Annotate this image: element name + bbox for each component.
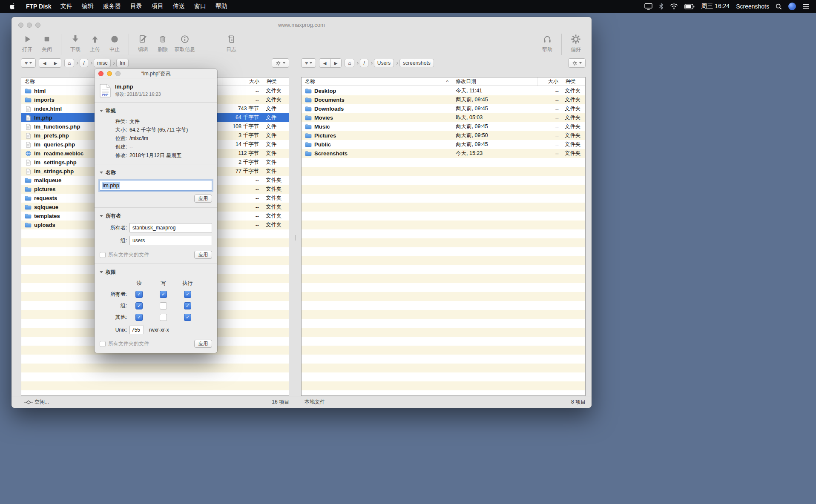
file-row[interactable]: Screenshots 今天, 15:23 -- 文件夹 <box>302 149 585 158</box>
dialog-titlebar[interactable]: “lm.php”资讯 <box>95 69 217 78</box>
column-header-size[interactable]: 大小 <box>537 77 562 86</box>
menu-item[interactable]: 帮助 <box>211 3 232 10</box>
left-actions-button[interactable] <box>272 58 289 68</box>
write-checkbox[interactable]: ✓ <box>160 291 167 298</box>
group-input[interactable] <box>129 236 212 245</box>
name-section-header[interactable]: 名称 <box>100 169 212 176</box>
forward-button[interactable]: ▶ <box>330 58 342 68</box>
display-icon[interactable] <box>644 3 652 10</box>
path-crumb[interactable]: screenshots <box>399 59 434 67</box>
all-files-checkbox[interactable] <box>100 341 106 347</box>
file-row[interactable]: Documents 两天前, 09:45 -- 文件夹 <box>302 95 585 104</box>
file-row[interactable]: Movies 昨天, 05:03 -- 文件夹 <box>302 113 585 122</box>
menu-item[interactable]: 服务器 <box>98 3 126 10</box>
preferences-button[interactable]: 偏好 <box>566 32 586 53</box>
menu-item[interactable]: 项目 <box>147 3 168 10</box>
abort-button[interactable]: 中止 <box>105 32 124 53</box>
search-icon[interactable] <box>776 3 782 10</box>
upload-button[interactable]: 上传 <box>85 32 105 53</box>
zoom-window-button[interactable] <box>35 23 40 28</box>
open-button[interactable]: 打开 <box>17 32 37 53</box>
menu-item[interactable]: 传送 <box>168 3 190 10</box>
rename-input[interactable]: lm.php <box>100 180 212 191</box>
column-header-name[interactable]: 名称 ^ <box>302 77 452 86</box>
minimize-dialog-button[interactable] <box>107 71 112 76</box>
dialog-body: PHP lm.php 修改: 2018/1/12 16:23 常规 种类: 文件… <box>95 78 217 353</box>
close-window-button[interactable] <box>18 23 23 28</box>
edit-button[interactable]: 编辑 <box>133 32 153 53</box>
battery-icon[interactable] <box>684 4 695 9</box>
file-kind: 文件 <box>263 105 289 112</box>
column-header-kind[interactable]: 种类 <box>562 77 585 86</box>
list-menu-icon[interactable] <box>802 4 809 9</box>
back-button[interactable]: ◀ <box>319 58 330 68</box>
file-name: lm_settings.php <box>34 159 77 166</box>
zoom-dialog-button[interactable] <box>115 71 121 76</box>
read-checkbox[interactable]: ✓ <box>135 314 143 321</box>
breadcrumb: ⌂ / Users screenshots <box>345 59 434 67</box>
apple-menu[interactable] <box>6 3 19 10</box>
forward-button[interactable]: ▶ <box>50 58 61 68</box>
file-size: -- <box>537 151 562 157</box>
menu-item[interactable]: 窗口 <box>190 3 211 10</box>
menu-item[interactable]: 目录 <box>126 3 147 10</box>
bluetooth-icon[interactable] <box>659 3 664 10</box>
owner-input[interactable] <box>129 223 212 232</box>
app-name-menu[interactable]: FTP Disk <box>22 3 56 10</box>
menu-bar-right-label[interactable]: Screenshots <box>736 3 769 10</box>
file-row[interactable]: Downloads 两天前, 09:45 -- 文件夹 <box>302 104 585 113</box>
delete-button[interactable]: 删除 <box>153 32 172 53</box>
help-button[interactable]: 帮助 <box>537 32 557 53</box>
read-checkbox[interactable]: ✓ <box>135 302 143 309</box>
menu-item[interactable]: 编辑 <box>77 3 98 10</box>
file-row[interactable]: Desktop 今天, 11:41 -- 文件夹 <box>302 86 585 95</box>
column-header-size[interactable]: 大小 <box>222 77 263 86</box>
favorites-button[interactable]: ♥ <box>301 58 316 68</box>
read-checkbox[interactable]: ✓ <box>135 291 143 298</box>
execute-checkbox[interactable]: ✓ <box>184 302 191 309</box>
minimize-window-button[interactable] <box>27 23 32 28</box>
apply-permissions-button[interactable]: 应用 <box>194 340 212 348</box>
execute-checkbox[interactable]: ✓ <box>184 291 191 298</box>
path-crumb[interactable]: lm <box>116 59 129 67</box>
close-dialog-button[interactable] <box>98 71 103 76</box>
column-header-kind[interactable]: 种类 <box>263 77 289 86</box>
chevron-right-icon <box>356 61 359 64</box>
favorites-button[interactable]: ♥ <box>21 58 36 68</box>
root-crumb[interactable]: / <box>80 59 88 67</box>
all-files-checkbox[interactable] <box>100 252 106 258</box>
menu-bar-clock[interactable]: 周三 16:24 <box>701 3 730 10</box>
root-crumb[interactable]: / <box>360 59 368 67</box>
breadcrumb: ⌂ / misc lm <box>64 59 129 67</box>
right-actions-button[interactable] <box>568 58 586 68</box>
toolbar-separator <box>129 34 129 55</box>
home-crumb[interactable]: ⌂ <box>64 59 74 67</box>
path-crumb[interactable]: Users <box>374 59 394 67</box>
unix-mode-input[interactable] <box>129 326 144 334</box>
permissions-section-header[interactable]: 权限 <box>100 269 212 276</box>
home-crumb[interactable]: ⌂ <box>345 59 354 67</box>
path-crumb[interactable]: misc <box>94 59 111 67</box>
execute-checkbox[interactable]: ✓ <box>184 314 191 321</box>
write-checkbox[interactable]: ✓ <box>160 314 167 321</box>
file-row[interactable]: Music 两天前, 09:45 -- 文件夹 <box>302 122 585 131</box>
apply-owner-button[interactable]: 应用 <box>194 251 212 259</box>
apply-name-button[interactable]: 应用 <box>194 195 212 203</box>
file-row[interactable]: Pictures 两天前, 09:50 -- 文件夹 <box>302 131 585 140</box>
pane-splitter-handle[interactable] <box>294 235 296 241</box>
wifi-icon[interactable] <box>670 3 678 9</box>
get-info-button[interactable]: 获取信息 <box>172 32 197 53</box>
file-row[interactable]: Public 两天前, 09:45 -- 文件夹 <box>302 140 585 149</box>
log-button[interactable]: 日志 <box>221 32 241 53</box>
close-button[interactable]: 关闭 <box>37 32 57 53</box>
menu-item[interactable]: 文件 <box>56 3 77 10</box>
download-button[interactable]: 下载 <box>66 32 85 53</box>
column-header-date[interactable]: 修改日期 <box>452 77 537 86</box>
folder-icon <box>25 195 32 201</box>
write-checkbox[interactable]: ✓ <box>160 302 167 309</box>
general-section-header[interactable]: 常规 <box>100 107 212 115</box>
user-avatar-icon[interactable] <box>788 3 796 10</box>
window-titlebar[interactable]: www.maxprog.com <box>11 17 592 32</box>
back-button[interactable]: ◀ <box>39 58 50 68</box>
owner-section-header[interactable]: 所有者 <box>100 212 212 220</box>
